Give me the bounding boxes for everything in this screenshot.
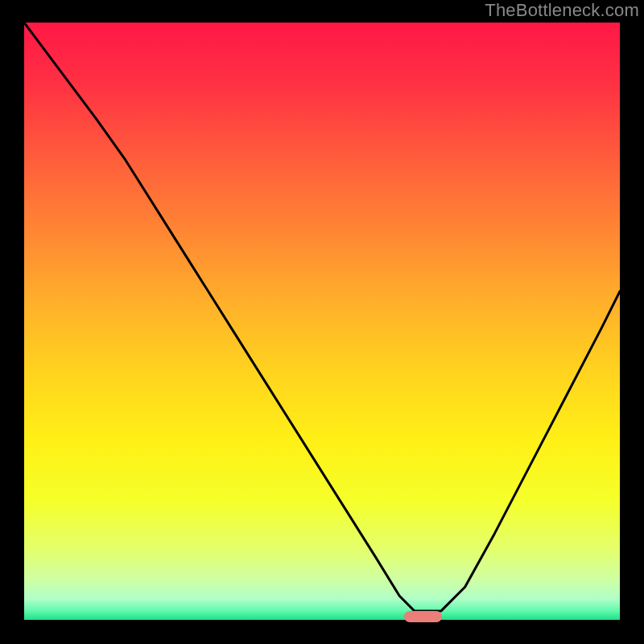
watermark-text: TheBottleneck.com <box>485 2 639 19</box>
optimal-range-marker <box>404 611 442 622</box>
gradient-plot <box>24 23 620 620</box>
plot-area <box>24 23 620 620</box>
chart-container: TheBottleneck.com <box>0 0 644 644</box>
gradient-background <box>24 23 620 620</box>
